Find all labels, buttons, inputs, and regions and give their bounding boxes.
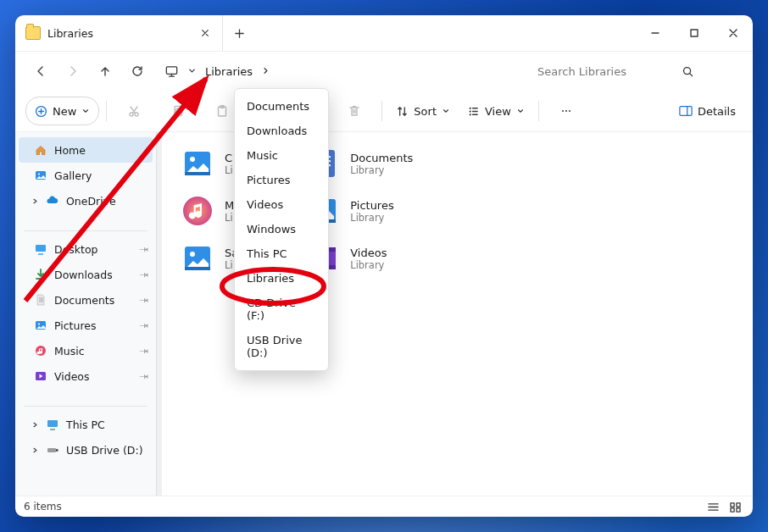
item-kind: Li	[225, 212, 234, 224]
window-controls	[636, 15, 753, 51]
address-bar[interactable]: Libraries	[159, 57, 522, 86]
new-button[interactable]: New	[25, 97, 99, 125]
item-name: C	[225, 152, 233, 164]
window-tab[interactable]: Libraries	[15, 15, 223, 51]
svg-rect-25	[47, 448, 56, 452]
svg-rect-47	[730, 507, 733, 511]
svg-point-11	[470, 110, 471, 112]
navigation-pane[interactable]: Home Gallery OneDrive Desktop 📌︎ Downloa…	[15, 132, 156, 496]
sidebar-item-home[interactable]: Home	[19, 137, 153, 163]
svg-rect-33	[185, 267, 210, 270]
close-button[interactable]	[714, 15, 753, 51]
sidebar-item-desktop[interactable]: Desktop 📌︎	[15, 236, 156, 262]
library-item[interactable]: CLi	[181, 146, 238, 181]
sort-button[interactable]: Sort	[389, 97, 457, 125]
library-thumb-icon	[181, 194, 214, 228]
svg-rect-1	[166, 66, 176, 74]
videos-icon	[34, 369, 47, 383]
delete-button[interactable]	[334, 97, 375, 125]
library-item[interactable]: SaLi	[181, 241, 238, 276]
dropdown-item[interactable]: Windows	[235, 217, 328, 241]
breadcrumb-next-chevron[interactable]	[258, 65, 274, 78]
item-count: 6 items	[24, 501, 62, 513]
maximize-button[interactable]	[675, 15, 714, 51]
svg-rect-24	[47, 420, 58, 427]
copy-button[interactable]	[158, 97, 198, 125]
pin-icon: 📌︎	[136, 343, 152, 358]
sidebar-item-downloads[interactable]: Downloads 📌︎	[15, 262, 156, 287]
sidebar-item-videos[interactable]: Videos 📌︎	[15, 363, 156, 389]
pin-icon: 📌︎	[136, 369, 152, 384]
sidebar-item-gallery[interactable]: Gallery	[15, 163, 156, 188]
chevron-right-icon	[31, 195, 39, 208]
pin-icon: 📌︎	[136, 267, 152, 282]
item-name: M	[225, 199, 234, 212]
back-button[interactable]	[25, 57, 56, 86]
sidebar-item-documents[interactable]: Documents 📌︎	[15, 287, 156, 313]
home-icon	[34, 143, 47, 157]
refresh-button[interactable]	[122, 57, 153, 86]
thumbnails-view-button[interactable]	[726, 499, 744, 514]
svg-point-13	[562, 110, 564, 112]
file-explorer-window: Libraries Libraries	[15, 15, 753, 517]
separator	[106, 101, 107, 121]
chevron-right-icon	[31, 418, 39, 431]
forward-button[interactable]	[58, 57, 88, 86]
item-kind: Library	[350, 212, 393, 224]
search-box[interactable]: Search Libraries	[529, 58, 743, 84]
svg-point-30	[183, 197, 212, 225]
dropdown-item[interactable]: Documents	[235, 94, 328, 119]
folder-icon	[25, 26, 41, 40]
sidebar-item-pictures[interactable]: Pictures 📌︎	[15, 313, 156, 338]
tab-close-button[interactable]	[198, 26, 212, 40]
navigation-bar: Libraries Search Libraries	[15, 52, 753, 91]
pane-resize-handle[interactable]	[156, 132, 162, 496]
svg-point-10	[470, 107, 471, 108]
svg-rect-19	[36, 245, 46, 252]
sidebar-item-usb[interactable]: USB Drive (D:)	[15, 437, 156, 463]
dropdown-item[interactable]: Downloads	[235, 119, 328, 143]
pictures-icon	[34, 319, 47, 332]
svg-rect-48	[736, 507, 739, 511]
details-pane-button[interactable]: Details	[672, 97, 743, 125]
location-root-icon[interactable]	[159, 57, 184, 86]
dropdown-item[interactable]: USB Drive (D:)	[235, 328, 328, 365]
downloads-icon	[34, 268, 47, 281]
dropdown-item[interactable]: Videos	[235, 192, 328, 217]
more-button[interactable]	[546, 97, 587, 125]
desktop-icon	[34, 242, 47, 256]
svg-point-22	[36, 346, 46, 356]
up-button[interactable]	[90, 57, 120, 86]
details-view-button[interactable]	[704, 499, 722, 514]
titlebar: Libraries	[15, 15, 753, 52]
chevron-right-icon	[31, 444, 39, 457]
breadcrumb-current[interactable]: Libraries	[200, 57, 258, 86]
minimize-button[interactable]	[636, 15, 675, 51]
svg-point-21	[38, 323, 40, 324]
gallery-icon	[34, 169, 47, 182]
onedrive-icon	[46, 194, 59, 208]
dropdown-item[interactable]: Music	[235, 143, 328, 168]
sidebar-item-music[interactable]: Music 📌︎	[15, 338, 156, 363]
svg-point-28	[190, 157, 195, 162]
sidebar-item-onedrive[interactable]: OneDrive	[15, 188, 156, 213]
cut-button[interactable]	[114, 97, 154, 125]
svg-point-18	[38, 173, 40, 175]
svg-rect-26	[56, 449, 58, 452]
music-icon	[34, 344, 47, 357]
command-bar: New Sort View Details	[15, 91, 753, 132]
breadcrumb-dropdown-button[interactable]	[184, 65, 200, 78]
dropdown-item[interactable]: CD Drive (F:)	[235, 291, 328, 328]
search-icon	[637, 64, 737, 78]
svg-point-32	[190, 252, 195, 257]
library-item[interactable]: MLi	[181, 193, 238, 229]
location-history-dropdown[interactable]: DocumentsDownloadsMusicPicturesVideosWin…	[234, 88, 329, 371]
tab-title: Libraries	[47, 27, 192, 40]
dropdown-item[interactable]: Libraries	[235, 266, 328, 291]
svg-rect-46	[736, 502, 739, 506]
dropdown-item[interactable]: This PC	[235, 241, 328, 266]
sidebar-item-thispc[interactable]: This PC	[15, 412, 156, 437]
new-tab-button[interactable]	[223, 15, 255, 51]
dropdown-item[interactable]: Pictures	[235, 168, 328, 192]
view-button[interactable]: View	[460, 97, 531, 125]
